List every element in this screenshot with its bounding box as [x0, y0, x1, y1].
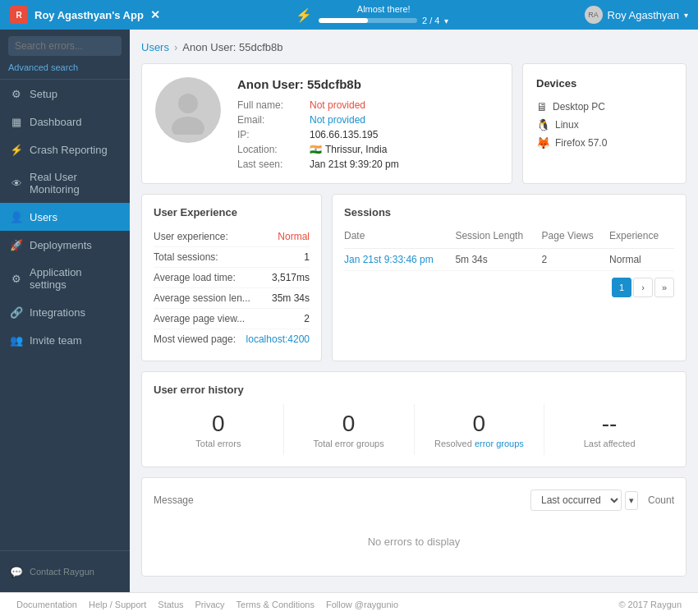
- topbar: R Roy Agasthyan's App ✕ ⚡ Almost there! …: [0, 0, 698, 30]
- topbar-app-info: R Roy Agasthyan's App ✕: [10, 6, 160, 24]
- sidebar-label-crash-reporting: Crash Reporting: [30, 144, 108, 156]
- ue-row-loadtime: Average load time: 3,517ms: [154, 268, 310, 288]
- sidebar-item-contact[interactable]: 💬 Contact Raygun: [0, 558, 130, 586]
- sessions-table-body: Jan 21st 9:33:46 pm 5m 34s 2 Normal: [344, 249, 674, 271]
- footer-link-support[interactable]: Help / Support: [89, 600, 146, 609]
- desktop-icon: 🖥: [536, 100, 548, 113]
- page-btn-next[interactable]: ›: [633, 278, 653, 297]
- email-label: Email:: [237, 114, 303, 126]
- sidebar-label-rum: Real User Monitoring: [30, 171, 120, 195]
- stat-total-errors-label: Total errors: [160, 439, 277, 448]
- progress-bar-container: 2 / 4 ▾: [319, 16, 448, 25]
- footer-link-docs[interactable]: Documentation: [16, 600, 77, 609]
- full-name-value: Not provided: [310, 99, 498, 111]
- sessions-title: Sessions: [344, 206, 674, 218]
- footer-link-privacy[interactable]: Privacy: [195, 600, 225, 609]
- email-value[interactable]: Not provided: [310, 114, 498, 126]
- count-column-label: Count: [648, 494, 674, 506]
- location-flag: 🇮🇳: [310, 144, 322, 155]
- page-btn-1[interactable]: 1: [612, 278, 631, 297]
- sessions-table-header: Date Session Length Page Views Experienc…: [344, 227, 674, 249]
- stat-resolved-groups: 0 Resolved error groups: [414, 404, 544, 455]
- ue-row-pageview: Average page view... 2: [154, 309, 310, 329]
- footer-links: Documentation Help / Support Status Priv…: [16, 600, 398, 609]
- devices-title: Devices: [536, 77, 673, 90]
- avatar-svg: [163, 85, 213, 135]
- ue-label-experience: User experience:: [154, 231, 228, 242]
- app-name: Roy Agasthyan's App: [34, 9, 144, 21]
- error-history-title: User error history: [154, 384, 674, 396]
- sidebar-item-setup[interactable]: ⚙ Setup: [0, 80, 130, 108]
- sidebar-label-contact: Contact Raygun: [30, 567, 94, 577]
- user-dropdown-icon[interactable]: ▾: [684, 11, 688, 20]
- two-col-section: User Experience User experience: Normal …: [141, 194, 687, 361]
- session-experience: Normal: [609, 249, 674, 271]
- progress-fill: [319, 18, 368, 23]
- error-stats: 0 Total errors 0 Total error groups 0 Re…: [154, 404, 674, 455]
- progress-dropdown-icon[interactable]: ▾: [444, 16, 448, 25]
- ue-label-sessions: Total sessions:: [154, 251, 218, 263]
- progress-text: 2 / 4: [422, 16, 439, 25]
- topbar-menu-icon[interactable]: ✕: [150, 8, 160, 21]
- page-btn-last[interactable]: »: [654, 278, 674, 297]
- ue-label-loadtime: Average load time:: [154, 272, 236, 283]
- advanced-search-link[interactable]: Advanced search: [0, 62, 130, 79]
- footer-link-twitter[interactable]: Follow @raygunio: [326, 600, 398, 609]
- user-experience-card: User Experience User experience: Normal …: [141, 194, 322, 361]
- footer-link-terms[interactable]: Terms & Conditions: [236, 600, 315, 609]
- sidebar-item-users[interactable]: 👤 Users: [0, 203, 130, 231]
- session-date[interactable]: Jan 21st 9:33:46 pm: [344, 249, 455, 271]
- lightning-icon: ⚡: [296, 7, 312, 23]
- filter-dropdown-btn[interactable]: ▾: [625, 491, 638, 510]
- stat-resolved-groups-label: Resolved error groups: [421, 439, 538, 448]
- breadcrumb-parent[interactable]: Users: [141, 41, 169, 53]
- ue-value-mostviewed[interactable]: localhost:4200: [246, 333, 310, 345]
- stat-error-groups-number: 0: [291, 411, 407, 437]
- stat-error-groups: 0 Total error groups: [283, 404, 414, 455]
- ip-label: IP:: [237, 129, 303, 140]
- sidebar-label-users: Users: [30, 211, 57, 223]
- table-row: Jan 21st 9:33:46 pm 5m 34s 2 Normal: [344, 249, 674, 271]
- col-date: Date: [344, 227, 455, 249]
- device-item-firefox: 🦊 Firefox 57.0: [536, 134, 673, 152]
- sidebar-item-crash-reporting[interactable]: ⚡ Crash Reporting: [0, 136, 130, 163]
- users-icon: 👤: [10, 210, 23, 223]
- sidebar-item-invite-team[interactable]: 👥 Invite team: [0, 326, 130, 354]
- svg-point-1: [172, 117, 204, 135]
- location-value: 🇮🇳 Thrissur, India: [310, 144, 498, 155]
- last-occurred-select[interactable]: Last occurred: [530, 490, 622, 511]
- error-history-card: User error history 0 Total errors 0 Tota…: [141, 371, 687, 467]
- sessions-card: Sessions Date Session Length Page Views …: [332, 194, 687, 361]
- progress-section: Almost there! 2 / 4 ▾: [319, 4, 448, 25]
- sidebar-item-deployments[interactable]: 🚀 Deployments: [0, 231, 130, 259]
- search-input[interactable]: [8, 36, 122, 56]
- resolved-highlight: error groups: [475, 439, 524, 448]
- session-pageviews: 2: [542, 249, 610, 271]
- sidebar-item-rum[interactable]: 👁 Real User Monitoring: [0, 163, 130, 203]
- user-name: Roy Agasthyan: [608, 9, 679, 21]
- topbar-user[interactable]: RA Roy Agasthyan ▾: [585, 6, 688, 24]
- rum-icon: 👁: [10, 177, 23, 190]
- sidebar-label-app-settings: Application settings: [30, 266, 120, 291]
- sidebar-item-app-settings[interactable]: ⚙ Application settings: [0, 259, 130, 298]
- ue-row-sessionlen: Average session len... 35m 34s: [154, 288, 310, 309]
- stat-total-errors-number: 0: [160, 411, 277, 437]
- last-seen-label: Last seen:: [237, 159, 303, 170]
- device-label-firefox: Firefox 57.0: [555, 137, 607, 149]
- sidebar-item-integrations[interactable]: 🔗 Integrations: [0, 298, 130, 326]
- ue-row-experience: User experience: Normal: [154, 227, 310, 247]
- topbar-progress: ⚡ Almost there! 2 / 4 ▾: [160, 4, 585, 25]
- profile-name: Anon User: 55dcfb8b: [237, 77, 498, 91]
- device-item-linux: 🐧 Linux: [536, 116, 673, 134]
- error-table-card: Message Last occurred ▾ Count No errors …: [141, 477, 687, 577]
- col-experience: Experience: [609, 227, 674, 249]
- sidebar-label-dashboard: Dashboard: [30, 116, 82, 128]
- breadcrumb-current: Anon User: 55dcfb8b: [182, 41, 282, 53]
- footer-link-status[interactable]: Status: [158, 600, 183, 609]
- device-label-linux: Linux: [555, 119, 579, 131]
- sidebar-label-setup: Setup: [30, 88, 57, 100]
- sidebar: Advanced search ⚙ Setup ▦ Dashboard ⚡ Cr…: [0, 30, 130, 592]
- sidebar-item-dashboard[interactable]: ▦ Dashboard: [0, 108, 130, 136]
- error-table-header: Message Last occurred ▾ Count: [154, 490, 674, 511]
- user-avatar: RA: [585, 6, 603, 24]
